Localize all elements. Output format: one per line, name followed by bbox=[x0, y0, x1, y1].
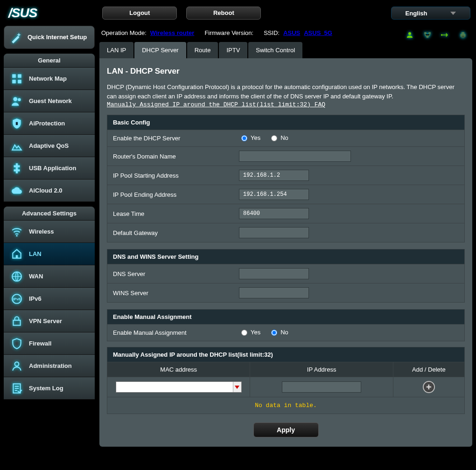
faq-link[interactable]: Manually Assigned IP around the DHCP lis… bbox=[107, 101, 325, 108]
firewall-icon bbox=[10, 337, 23, 350]
ip-input[interactable] bbox=[282, 381, 361, 393]
poolend-label: IP Pool Ending Address bbox=[107, 185, 233, 204]
tab-dhcp-server[interactable]: DHCP Server bbox=[134, 42, 186, 58]
tab-lan-ip[interactable]: LAN IP bbox=[99, 42, 133, 58]
network-status-icon[interactable] bbox=[421, 28, 434, 41]
manual-header: Enable Manual Assignment bbox=[107, 310, 464, 324]
ssid-1[interactable]: ASUS bbox=[283, 29, 300, 36]
no-data: No data in table. bbox=[107, 397, 465, 414]
svg-rect-8 bbox=[16, 255, 18, 258]
tab-iptv[interactable]: IPTV bbox=[219, 42, 247, 58]
domain-input[interactable] bbox=[239, 151, 351, 162]
add-button[interactable]: + bbox=[423, 381, 435, 393]
svg-rect-20 bbox=[462, 32, 464, 34]
nav-label: Administration bbox=[29, 362, 72, 369]
svg-point-18 bbox=[441, 34, 442, 35]
nav-item-vpn-server[interactable]: VPN Server bbox=[4, 310, 95, 332]
nav-item-wireless[interactable]: Wireless bbox=[4, 221, 95, 243]
guest-network-icon bbox=[10, 95, 23, 108]
tab-route[interactable]: Route bbox=[187, 42, 218, 58]
svg-rect-15 bbox=[424, 32, 427, 35]
svg-rect-21 bbox=[462, 36, 464, 38]
nav-item-network-map[interactable]: Network Map bbox=[4, 68, 95, 90]
nav-label: Network Map bbox=[29, 75, 67, 82]
svg-rect-2 bbox=[12, 80, 16, 83]
wand-icon bbox=[10, 31, 23, 44]
enable-dhcp-radio[interactable]: Yes No bbox=[239, 134, 295, 141]
mode-value[interactable]: Wireless router bbox=[150, 29, 195, 36]
language-selector[interactable]: English bbox=[391, 7, 470, 20]
enable-dhcp-yes[interactable] bbox=[241, 135, 247, 141]
reboot-button[interactable]: Reboot bbox=[186, 7, 261, 20]
svg-rect-6 bbox=[16, 122, 18, 125]
gateway-input[interactable] bbox=[239, 227, 309, 238]
nav-label: AiProtection bbox=[29, 120, 65, 127]
svg-point-7 bbox=[16, 235, 17, 236]
ssid-label: SSID: bbox=[264, 29, 280, 36]
logout-button[interactable]: Logout bbox=[102, 7, 177, 20]
mac-select[interactable] bbox=[116, 381, 242, 393]
nav-item-guest-network[interactable]: Guest Network bbox=[4, 90, 95, 112]
lease-input[interactable] bbox=[239, 208, 309, 219]
nav-label: VPN Server bbox=[29, 318, 62, 325]
svg-point-4 bbox=[13, 97, 17, 101]
usb-icon[interactable] bbox=[439, 28, 452, 41]
ssid-2[interactable]: ASUS_5G bbox=[304, 29, 332, 36]
quick-internet-setup[interactable]: Quick Internet Setup bbox=[4, 26, 95, 49]
mode-label: Operation Mode: bbox=[101, 29, 147, 36]
nav-item-usb-application[interactable]: USB Application bbox=[4, 157, 95, 180]
manual-no[interactable] bbox=[271, 330, 277, 336]
apply-button[interactable]: Apply bbox=[253, 422, 319, 437]
nav-item-administration[interactable]: Administration bbox=[4, 355, 95, 377]
nav-item-adaptive-qos[interactable]: Adaptive QoS bbox=[4, 135, 95, 157]
nav-item-ipv6[interactable]: IPv6IPv6 bbox=[4, 288, 95, 310]
wins-input[interactable] bbox=[239, 287, 309, 298]
nav-item-wan[interactable]: WAN bbox=[4, 265, 95, 288]
nav-item-aicloud-2-0[interactable]: AiCloud 2.0 bbox=[4, 180, 95, 202]
poolstart-input[interactable] bbox=[239, 170, 309, 181]
col-mac: MAC address bbox=[107, 362, 250, 377]
page-title: LAN - DHCP Server bbox=[107, 67, 465, 76]
lan-icon bbox=[10, 248, 23, 261]
nav-item-lan[interactable]: LAN bbox=[4, 243, 95, 265]
content-panel: LAN - DHCP Server DHCP (Dynamic Host Con… bbox=[99, 58, 472, 447]
nav-label: IPv6 bbox=[29, 295, 42, 302]
poolend-input[interactable] bbox=[239, 189, 309, 200]
usb-application-icon bbox=[10, 162, 23, 175]
nav-header-advanced: Advanced Settings bbox=[4, 207, 95, 221]
col-ip: IP Address bbox=[250, 362, 393, 377]
dropdown-icon bbox=[233, 382, 241, 392]
enable-dhcp-no[interactable] bbox=[271, 135, 277, 141]
svg-point-13 bbox=[15, 362, 19, 366]
chevron-down-icon bbox=[450, 12, 456, 15]
dns-input[interactable] bbox=[239, 268, 309, 279]
system-log-icon bbox=[10, 382, 23, 395]
adaptive-qos-icon bbox=[10, 139, 23, 152]
nav-label: USB Application bbox=[29, 165, 76, 172]
svg-rect-12 bbox=[13, 320, 20, 325]
nav-item-firewall[interactable]: Firewall bbox=[4, 332, 95, 355]
client-icon[interactable] bbox=[403, 28, 416, 41]
nav-item-aiprotection[interactable]: AiProtection bbox=[4, 112, 95, 135]
printer-icon[interactable] bbox=[456, 28, 469, 41]
poolstart-label: IP Pool Starting Address bbox=[107, 166, 233, 185]
manual-yes[interactable] bbox=[241, 330, 247, 336]
manual-table: Enable Manual Assignment Enable Manual A… bbox=[107, 309, 465, 341]
lease-label: Lease Time bbox=[107, 204, 233, 223]
network-map-icon bbox=[10, 72, 23, 85]
svg-rect-0 bbox=[12, 74, 16, 78]
wan-icon bbox=[10, 270, 23, 283]
language-label: English bbox=[406, 10, 427, 17]
wins-label: WINS Server bbox=[107, 283, 233, 302]
nav-label: System Log bbox=[29, 385, 63, 392]
manual-label: Enable Manual Assignment bbox=[107, 324, 233, 341]
svg-rect-16 bbox=[428, 32, 431, 35]
nav-label: Guest Network bbox=[29, 97, 72, 104]
nav-label: Adaptive QoS bbox=[29, 142, 69, 149]
nav-item-system-log[interactable]: System Log bbox=[4, 377, 95, 400]
nav-general: General Network MapGuest NetworkAiProtec… bbox=[4, 54, 95, 202]
basic-header: Basic Config bbox=[107, 115, 464, 130]
gateway-label: Default Gateway bbox=[107, 223, 233, 242]
tab-switch-control[interactable]: Switch Control bbox=[248, 42, 302, 58]
manual-radio[interactable]: Yes No bbox=[239, 328, 295, 336]
